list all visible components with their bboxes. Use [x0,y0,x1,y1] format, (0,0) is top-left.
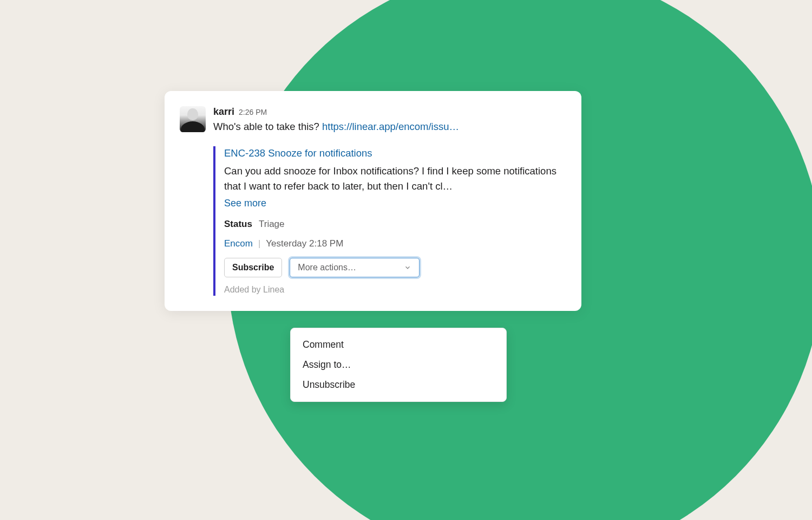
message-body: karri 2:26 PM Who's able to take this? h… [213,106,564,134]
status-row: Status Triage [224,219,564,230]
dropdown-item-unsubscribe[interactable]: Unsubscribe [291,375,506,395]
more-actions-label: More actions… [298,263,356,272]
dropdown-item-comment[interactable]: Comment [291,335,506,355]
avatar[interactable] [180,106,206,132]
author-line: karri 2:26 PM [213,106,564,118]
message-timestamp[interactable]: 2:26 PM [239,108,267,116]
source-divider: | [258,238,260,249]
issue-title[interactable]: ENC-238 Snooze for notifications [224,147,564,159]
added-by-text: Added by Linea [224,285,564,295]
message-text: Who's able to take this? https://linear.… [213,120,564,134]
source-row: Encom | Yesterday 2:18 PM [224,238,564,249]
subscribe-button[interactable]: Subscribe [224,258,282,277]
more-actions-menu: Comment Assign to… Unsubscribe [290,328,507,402]
source-timestamp: Yesterday 2:18 PM [266,238,343,249]
author-name[interactable]: karri [213,106,234,118]
message-header: karri 2:26 PM Who's able to take this? h… [180,106,564,134]
see-more-link[interactable]: See more [224,198,564,209]
chevron-down-icon [404,264,411,271]
issue-description: Can you add snooze for Inbox notificatio… [224,164,564,194]
message-text-content: Who's able to take this? [213,121,322,132]
action-row: Subscribe More actions… [224,258,564,277]
source-name[interactable]: Encom [224,238,253,249]
status-label: Status [224,219,252,230]
dropdown-item-assign[interactable]: Assign to… [291,355,506,375]
message-link[interactable]: https://linear.app/encom/issu… [322,121,459,132]
status-value: Triage [259,219,285,230]
slack-message-card: karri 2:26 PM Who's able to take this? h… [165,91,581,311]
more-actions-dropdown[interactable]: More actions… [290,258,420,277]
link-attachment: ENC-238 Snooze for notifications Can you… [213,146,564,296]
